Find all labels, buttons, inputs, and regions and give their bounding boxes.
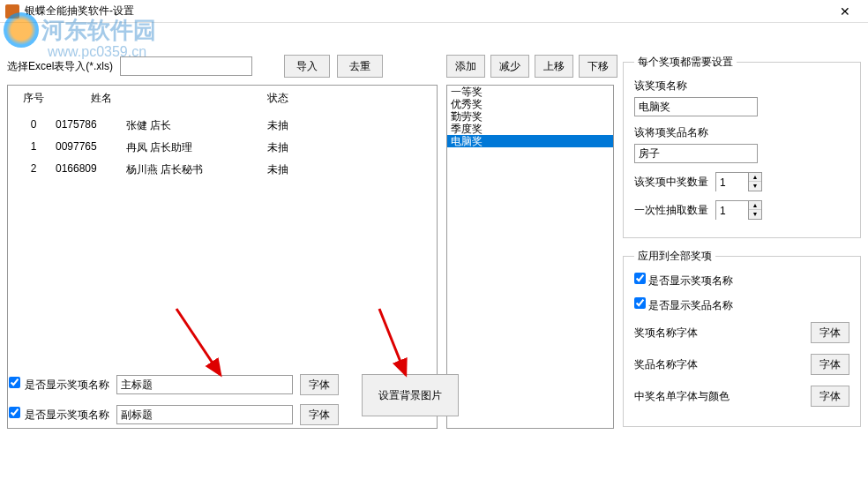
move-down-button[interactable]: 下移 bbox=[579, 55, 617, 78]
table-header: 序号 姓名 状态 bbox=[11, 89, 433, 108]
title-input[interactable] bbox=[116, 375, 293, 394]
add-button[interactable]: 添加 bbox=[446, 55, 485, 78]
spinner-up-icon[interactable]: ▲ bbox=[749, 173, 761, 182]
all-prize-legend: 应用到全部奖项 bbox=[634, 249, 715, 264]
product-font-button[interactable]: 字体 bbox=[811, 354, 849, 375]
prize-font-label: 奖项名称字体 bbox=[634, 326, 698, 341]
window-title: 银蝶全能抽奖软件-设置 bbox=[25, 4, 827, 19]
product-name-label: 该将项奖品名称 bbox=[634, 125, 849, 140]
once-count-spinner[interactable]: ▲ ▼ bbox=[715, 200, 762, 220]
table-row[interactable]: 00175786张健 店长未抽 bbox=[11, 115, 433, 137]
prize-list-item[interactable]: 勤劳奖 bbox=[447, 110, 613, 123]
prize-list-item[interactable]: 优秀奖 bbox=[447, 98, 613, 110]
move-up-button[interactable]: 上移 bbox=[535, 55, 573, 78]
prize-name-label: 该奖项名称 bbox=[634, 79, 849, 94]
once-count-input[interactable] bbox=[716, 201, 748, 221]
cb-show-product-name[interactable] bbox=[634, 297, 646, 309]
titlebar: 银蝶全能抽奖软件-设置 ✕ bbox=[0, 0, 868, 23]
product-name-input[interactable] bbox=[634, 144, 758, 163]
dedup-button[interactable]: 去重 bbox=[337, 55, 383, 78]
all-prize-settings-group: 应用到全部奖项 是否显示奖项名称 是否显示奖品名称 奖项名称字体 字体 奖品名称… bbox=[623, 249, 861, 427]
prize-list-item[interactable]: 一等奖 bbox=[447, 86, 613, 98]
prize-list[interactable]: 一等奖优秀奖勤劳奖季度奖电脑奖 bbox=[446, 85, 614, 429]
show-subtitle-checkbox[interactable]: 是否显示奖项名称 bbox=[9, 407, 109, 423]
spinner-down-icon[interactable]: ▼ bbox=[749, 210, 761, 219]
table-row[interactable]: 20166809杨川燕 店长秘书未抽 bbox=[11, 159, 433, 181]
table-row[interactable]: 10097765冉凤 店长助理未抽 bbox=[11, 137, 433, 159]
cb-show-prize-name[interactable] bbox=[634, 273, 646, 284]
win-count-input[interactable] bbox=[716, 173, 748, 192]
prize-name-input[interactable] bbox=[634, 97, 758, 116]
prize-list-item[interactable]: 电脑奖 bbox=[447, 135, 613, 147]
excel-label: 选择Excel表导入(*.xls) bbox=[7, 59, 113, 74]
per-prize-legend: 每个奖项都需要设置 bbox=[634, 55, 737, 70]
winner-font-button[interactable]: 字体 bbox=[811, 386, 849, 407]
close-button[interactable]: ✕ bbox=[827, 1, 863, 22]
col-name: 姓名 bbox=[91, 91, 232, 106]
per-prize-settings-group: 每个奖项都需要设置 该奖项名称 该将项奖品名称 该奖项中奖数量 ▲ ▼ bbox=[623, 55, 861, 238]
show-title-checkbox[interactable]: 是否显示奖项名称 bbox=[9, 377, 109, 393]
show-product-name-checkbox[interactable]: 是否显示奖品名称 bbox=[634, 299, 733, 311]
prize-font-button[interactable]: 字体 bbox=[811, 322, 849, 343]
show-prize-name-checkbox[interactable]: 是否显示奖项名称 bbox=[634, 274, 733, 287]
remove-button[interactable]: 减少 bbox=[490, 55, 529, 78]
title-font-button[interactable]: 字体 bbox=[300, 374, 339, 395]
spinner-up-icon[interactable]: ▲ bbox=[749, 201, 761, 210]
col-no: 序号 bbox=[11, 91, 56, 106]
winner-font-label: 中奖名单字体与颜色 bbox=[634, 389, 730, 404]
cb-title[interactable] bbox=[9, 377, 20, 388]
col-status: 状态 bbox=[267, 91, 320, 106]
excel-path-input[interactable] bbox=[120, 56, 252, 76]
set-background-button[interactable]: 设置背景图片 bbox=[362, 374, 459, 416]
win-count-spinner[interactable]: ▲ ▼ bbox=[715, 172, 762, 191]
import-button[interactable]: 导入 bbox=[284, 55, 330, 78]
subtitle-font-button[interactable]: 字体 bbox=[300, 404, 339, 425]
app-icon bbox=[5, 4, 19, 19]
spinner-down-icon[interactable]: ▼ bbox=[749, 182, 761, 191]
once-count-label: 一次性抽取数量 bbox=[634, 203, 708, 218]
prize-list-item[interactable]: 季度奖 bbox=[447, 123, 613, 135]
subtitle-input[interactable] bbox=[116, 405, 293, 424]
product-font-label: 奖品名称字体 bbox=[634, 357, 698, 372]
cb-subtitle[interactable] bbox=[9, 407, 20, 418]
win-count-label: 该奖项中奖数量 bbox=[634, 175, 708, 190]
